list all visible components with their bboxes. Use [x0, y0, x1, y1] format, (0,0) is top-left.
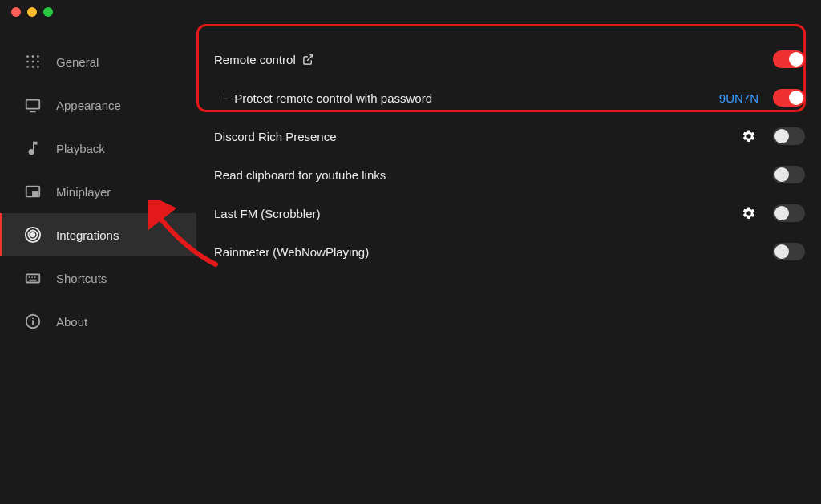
settings-content: Remote control └ Protect remote control …: [196, 24, 821, 504]
sidebar-item-label: About: [56, 315, 87, 329]
grid-icon: [24, 53, 42, 71]
setting-lastfm: Last FM (Scrobbler): [204, 194, 807, 232]
setting-rainmeter: Rainmeter (WebNowPlaying): [204, 232, 807, 271]
sidebar: General Appearance Playback Miniplayer I: [0, 24, 196, 504]
toggle-lastfm[interactable]: [773, 204, 805, 222]
svg-point-23: [32, 317, 34, 319]
tree-branch-icon: └: [220, 92, 228, 104]
setting-label: Read clipboard for youtube links: [214, 168, 386, 182]
setting-label: Discord Rich Presence: [214, 130, 337, 143]
toggle-clipboard-links[interactable]: [773, 166, 805, 183]
keyboard-icon: [24, 269, 42, 287]
toggle-rainmeter[interactable]: [773, 243, 805, 260]
window-titlebar: [0, 0, 821, 24]
sidebar-item-shortcuts[interactable]: Shortcuts: [0, 256, 196, 300]
setting-label: Remote control: [214, 53, 296, 67]
setting-protect-password: └ Protect remote control with password 9…: [204, 79, 807, 117]
sidebar-item-label: Integrations: [56, 228, 119, 242]
svg-point-0: [26, 55, 29, 58]
svg-line-24: [307, 54, 313, 60]
svg-rect-16: [26, 274, 40, 282]
setting-label: Rainmeter (WebNowPlaying): [214, 245, 369, 259]
sidebar-item-miniplayer[interactable]: Miniplayer: [0, 170, 196, 213]
sidebar-item-about[interactable]: About: [0, 300, 196, 343]
external-link-icon[interactable]: [302, 54, 314, 66]
svg-point-8: [37, 66, 39, 68]
monitor-icon: [24, 96, 42, 114]
gear-icon[interactable]: [739, 127, 758, 146]
sidebar-item-appearance[interactable]: Appearance: [0, 83, 196, 127]
sidebar-item-label: General: [56, 55, 99, 69]
svg-rect-12: [33, 192, 38, 196]
svg-point-5: [37, 61, 39, 63]
sidebar-item-general[interactable]: General: [0, 40, 196, 83]
setting-label: Protect remote control with password: [234, 91, 432, 105]
toggle-remote-control[interactable]: [773, 50, 805, 68]
sidebar-item-label: Appearance: [56, 99, 121, 112]
svg-point-7: [32, 66, 34, 68]
svg-point-1: [32, 55, 34, 58]
close-window-button[interactable]: [11, 7, 21, 17]
miniplayer-icon: [24, 183, 42, 200]
svg-point-2: [37, 55, 39, 58]
sidebar-item-playback[interactable]: Playback: [0, 127, 196, 170]
svg-point-13: [31, 233, 35, 237]
toggle-discord-presence[interactable]: [773, 127, 805, 145]
svg-point-3: [26, 61, 29, 63]
svg-point-6: [26, 66, 29, 68]
svg-point-4: [32, 61, 34, 63]
setting-clipboard-links: Read clipboard for youtube links: [204, 155, 807, 194]
password-code[interactable]: 9UN7N: [719, 91, 758, 105]
broadcast-icon: [24, 226, 42, 244]
setting-label: Last FM (Scrobbler): [214, 207, 321, 220]
setting-discord-presence: Discord Rich Presence: [204, 117, 807, 155]
music-note-icon: [24, 139, 42, 157]
sidebar-item-label: Playback: [56, 142, 105, 155]
sidebar-item-label: Shortcuts: [56, 272, 107, 285]
setting-remote-control: Remote control: [204, 40, 807, 79]
info-icon: [24, 312, 42, 330]
minimize-window-button[interactable]: [27, 7, 37, 17]
sidebar-item-integrations[interactable]: Integrations: [0, 213, 196, 256]
sidebar-item-label: Miniplayer: [56, 185, 111, 199]
gear-icon[interactable]: [739, 204, 758, 223]
toggle-protect-password[interactable]: [773, 89, 805, 107]
maximize-window-button[interactable]: [43, 7, 53, 17]
svg-rect-9: [26, 100, 40, 109]
